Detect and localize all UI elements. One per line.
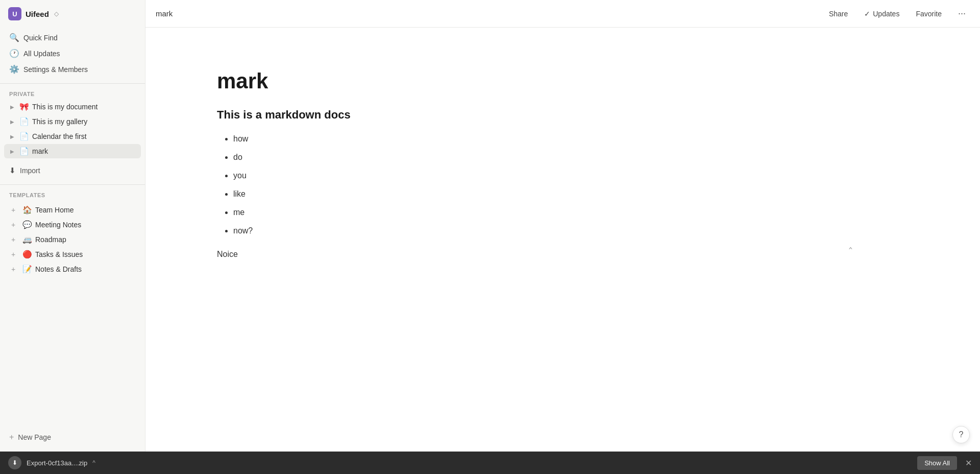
- chevron-icon: ▶: [8, 149, 16, 154]
- share-button[interactable]: Share: [825, 8, 852, 20]
- sidebar-item-all-updates[interactable]: 🕐 All Updates: [4, 45, 141, 61]
- sidebar-item-roadmap[interactable]: + 🚐 Roadmap: [4, 232, 141, 247]
- plus-icon: +: [11, 206, 19, 214]
- main-content: mark Share ✓ Updates Favorite ··· mark: [145, 0, 980, 452]
- updates-label: Updates: [873, 10, 899, 18]
- topbar-actions: Share ✓ Updates Favorite ···: [825, 6, 970, 21]
- close-download-button[interactable]: ✕: [965, 458, 972, 468]
- tasks-emoji: 🔴: [22, 250, 32, 259]
- search-icon: 🔍: [9, 33, 19, 42]
- mark-emoji: 📄: [19, 147, 29, 156]
- divider-templates: [0, 184, 145, 185]
- list-item: me: [233, 203, 929, 222]
- sidebar-item-my-gallery[interactable]: ▶ 📄 This is my gallery: [4, 114, 141, 129]
- plus-icon: +: [11, 221, 19, 229]
- sidebar-item-label-notes-drafts: Notes & Drafts: [35, 265, 136, 273]
- templates-list: + 🏠 Team Home + 💬 Meeting Notes + 🚐 Road…: [0, 200, 145, 279]
- workspace-header[interactable]: U Uifeed ◇: [0, 0, 145, 28]
- sidebar-item-label-meeting-notes: Meeting Notes: [35, 221, 136, 229]
- sidebar-item-team-home[interactable]: + 🏠 Team Home: [4, 203, 141, 217]
- plus-icon: +: [11, 250, 19, 258]
- sidebar-nav: 🔍 Quick Find 🕐 All Updates ⚙️ Settings &…: [0, 28, 145, 79]
- favorite-label: Favorite: [916, 10, 942, 18]
- sidebar-item-settings[interactable]: ⚙️ Settings & Members: [4, 61, 141, 77]
- plus-icon: +: [9, 433, 14, 442]
- share-label: Share: [829, 10, 848, 18]
- sidebar-item-label-my-document: This is my document: [32, 103, 136, 111]
- sidebar-item-label-roadmap: Roadmap: [35, 235, 136, 244]
- page-title: mark: [156, 9, 173, 18]
- document-section-heading: This is a markdown docs: [217, 108, 929, 122]
- document-area[interactable]: mark This is a markdown docs + ⠿ how do …: [145, 28, 980, 452]
- sidebar-item-my-document[interactable]: ▶ 🎀 This is my document: [4, 100, 141, 114]
- calendar-emoji: 📄: [19, 132, 29, 141]
- help-button[interactable]: ?: [952, 426, 970, 443]
- sidebar-nav-label-quick-find: Quick Find: [23, 34, 58, 42]
- chevron-icon: ▶: [8, 134, 16, 139]
- list-item: how: [233, 130, 929, 148]
- sidebar-item-label-my-gallery: This is my gallery: [32, 117, 136, 126]
- sidebar-footer: + New Page: [0, 427, 145, 452]
- sidebar-item-quick-find[interactable]: 🔍 Quick Find: [4, 30, 141, 45]
- list-item: you: [233, 167, 929, 185]
- workspace-name: Uifeed: [26, 10, 49, 18]
- download-info: ⬇ Export-0cf13aa....zip ^: [8, 456, 95, 469]
- new-page-button[interactable]: + New Page: [4, 429, 141, 445]
- section-label-private: PRIVATE: [0, 88, 145, 99]
- plus-icon: +: [11, 235, 19, 244]
- sidebar-nav-label-all-updates: All Updates: [23, 50, 60, 58]
- chevron-icon: ▶: [8, 104, 16, 110]
- check-icon: ✓: [864, 10, 870, 18]
- sidebar-item-notes-drafts[interactable]: + 📝 Notes & Drafts: [4, 262, 141, 276]
- more-options-button[interactable]: ···: [954, 6, 970, 21]
- sidebar-item-calendar-first[interactable]: ▶ 📄 Calendar the first: [4, 129, 141, 144]
- import-label: Import: [20, 167, 40, 175]
- gear-icon: ⚙️: [9, 64, 19, 74]
- private-items-list: ▶ 🎀 This is my document ▶ 📄 This is my g…: [0, 99, 145, 159]
- import-icon: ⬇: [9, 166, 16, 175]
- list-item: like: [233, 185, 929, 203]
- gallery-emoji: 📄: [19, 117, 29, 126]
- topbar: mark Share ✓ Updates Favorite ···: [145, 0, 980, 28]
- show-all-button[interactable]: Show All: [917, 456, 957, 470]
- notes-emoji: 📝: [22, 265, 32, 274]
- document-paragraph: Noice: [217, 248, 929, 260]
- download-icon: ⬇: [8, 456, 21, 469]
- document-list: how do you like me now?: [217, 130, 929, 240]
- sidebar-nav-label-settings: Settings & Members: [23, 65, 88, 74]
- list-item: do: [233, 148, 929, 167]
- divider-private: [0, 83, 145, 84]
- bottom-bar: ⬇ Export-0cf13aa....zip ^ Show All ✕: [0, 452, 980, 474]
- download-chevron-icon[interactable]: ^: [92, 459, 95, 466]
- chevron-icon: ▶: [8, 119, 16, 125]
- sidebar: U Uifeed ◇ 🔍 Quick Find 🕐 All Updates ⚙️…: [0, 0, 145, 452]
- sidebar-item-label-mark: mark: [32, 147, 136, 155]
- list-block: + ⠿ how do you like me now?: [217, 130, 929, 240]
- team-home-emoji: 🏠: [22, 205, 32, 215]
- help-icon: ?: [959, 430, 964, 439]
- meeting-notes-emoji: 💬: [22, 220, 32, 229]
- sidebar-item-label-tasks-issues: Tasks & Issues: [35, 250, 136, 258]
- sidebar-item-tasks-issues[interactable]: + 🔴 Tasks & Issues: [4, 247, 141, 262]
- sidebar-item-label-calendar-first: Calendar the first: [32, 132, 136, 140]
- list-item: now?: [233, 222, 929, 240]
- roadmap-emoji: 🚐: [22, 235, 32, 244]
- workspace-chevron-icon: ◇: [54, 10, 59, 17]
- updates-button[interactable]: ✓ Updates: [860, 8, 903, 20]
- document-emoji: 🎀: [19, 102, 29, 111]
- new-page-label: New Page: [18, 433, 51, 441]
- clock-icon: 🕐: [9, 49, 19, 58]
- import-section: ⬇ Import: [0, 161, 145, 180]
- add-block-button[interactable]: +: [253, 196, 264, 207]
- download-filename: Export-0cf13aa....zip: [27, 459, 87, 467]
- plus-icon: +: [11, 265, 19, 273]
- section-label-templates: TEMPLATES: [0, 189, 145, 200]
- favorite-button[interactable]: Favorite: [912, 8, 946, 20]
- import-button[interactable]: ⬇ Import: [4, 163, 141, 178]
- sidebar-item-meeting-notes[interactable]: + 💬 Meeting Notes: [4, 218, 141, 232]
- sidebar-item-mark[interactable]: ▶ 📄 mark: [4, 144, 141, 158]
- document-title: mark: [217, 68, 929, 94]
- sidebar-item-label-team-home: Team Home: [35, 206, 136, 214]
- drag-block-button[interactable]: ⠿: [266, 196, 277, 207]
- more-icon: ···: [958, 8, 966, 18]
